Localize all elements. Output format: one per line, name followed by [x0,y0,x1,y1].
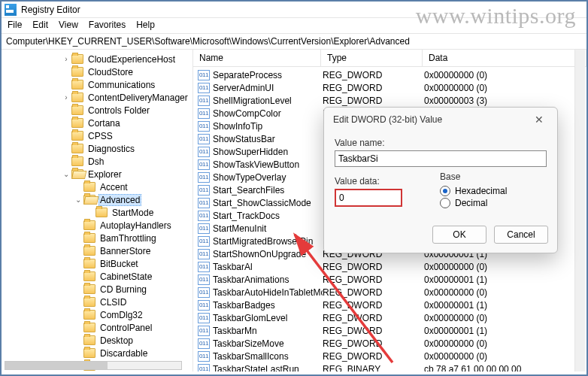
value-type: REG_DWORD [323,338,424,349]
tree-node[interactable]: ›CPSS [2,129,192,142]
tree-node[interactable]: ›ComDlg32 [2,308,192,321]
value-name-input[interactable] [335,150,547,167]
tree-node[interactable]: ›Desktop [2,334,192,347]
tree-node[interactable]: ›CloudExperienceHost [2,53,192,65]
tree-node-label: BamThrottling [99,233,158,244]
value-name: StartMenuInit [213,223,323,234]
tree-node[interactable]: ›StartMode [2,206,192,219]
cancel-button[interactable]: Cancel [494,226,548,244]
tree-node[interactable]: ›CD Burning [2,283,192,296]
value-name: Start_SearchFiles [213,185,323,196]
value-name: ShowStatusBar [213,134,323,144]
value-name: TaskbarAutoHideInTabletMode [213,287,323,298]
value-name: ShowInfoTip [213,121,323,132]
tree-node[interactable]: ›Dsh [2,155,192,168]
menu-file[interactable]: File [8,20,22,30]
folder-icon [95,208,108,217]
ok-button[interactable]: OK [432,226,486,244]
tree-node[interactable]: ›CloudStore [2,65,192,78]
address-bar[interactable]: Computer\HKEY_CURRENT_USER\Software\Micr… [2,34,586,50]
value-row[interactable]: SeparateProcessREG_DWORD0x00000000 (0) [193,68,586,81]
menu-edit[interactable]: Edit [32,20,48,30]
value-row[interactable]: TaskbarBadgesREG_DWORD0x00000001 (1) [193,299,586,311]
tree-node[interactable]: ›BannerStore [2,244,192,257]
value-row[interactable]: ShellMigrationLevelREG_DWORD0x00000003 (… [193,94,586,107]
value-data: 0x00000000 (0) [424,83,586,93]
tree-node-label: CabinetState [99,271,153,282]
column-data[interactable]: Data [423,50,586,66]
value-row[interactable]: TaskbarSizeMoveREG_DWORD0x00000000 (0) [193,337,586,350]
menu-help[interactable]: Help [136,20,155,30]
value-row[interactable]: TaskbarAutoHideInTabletModeREG_DWORD0x00… [193,286,586,299]
tree-node[interactable]: ›Discardable [2,347,192,359]
tree-node[interactable]: ›ControlPanel [2,321,192,334]
tree-node[interactable]: ⌄Explorer [2,168,192,180]
folder-icon [71,131,83,141]
value-data-input[interactable] [335,189,402,207]
value-row[interactable]: TaskbarStateLastRunREG_BINARYcb 78 a7 61… [193,362,586,371]
tree-node-label: Diagnostics [86,144,136,154]
chevron-right-icon[interactable]: › [62,55,71,64]
tree-node-label: Controls Folder [86,105,151,116]
horizontal-scrollbar[interactable] [5,361,182,370]
folder-icon [71,54,83,64]
value-name: TaskbarSmallIcons [213,351,323,362]
tree-node-label: Accent [99,182,129,193]
tree-node-label: Dsh [86,156,105,167]
dword-icon [198,300,210,311]
registry-tree[interactable]: ›CloudExperienceHost›CloudStore›Communic… [2,50,193,371]
chevron-down-icon[interactable]: ⌄ [74,196,83,205]
value-name: Start_ShowClassicMode [213,198,323,208]
chevron-down-icon[interactable]: ⌄ [62,170,71,179]
value-type: REG_DWORD [323,83,424,93]
radio-hexadecimal[interactable]: Hexadecimal [440,185,507,197]
menu-favorites[interactable]: Favorites [89,20,126,30]
tree-node[interactable]: ›CLSID [2,296,192,308]
tree-node[interactable]: ›BamThrottling [2,232,192,244]
dword-icon [198,121,210,132]
column-headers[interactable]: Name Type Data [193,50,586,67]
menu-view[interactable]: View [59,20,78,30]
value-data: 0x00000001 (1) [424,300,586,311]
value-row[interactable]: TaskbarAlREG_DWORD0x00000000 (0) [193,260,586,273]
value-name: TaskbarBadges [213,300,323,311]
tree-node[interactable]: ›Accent [2,180,192,193]
folder-icon [83,348,95,358]
column-type[interactable]: Type [321,50,423,66]
close-icon[interactable]: ✕ [529,114,550,126]
tree-node-label: ControlPanel [99,323,153,333]
dword-icon [198,172,210,183]
chevron-right-icon[interactable]: › [62,93,71,102]
vertical-scrollbar[interactable] [574,50,585,371]
folder-icon [83,323,95,332]
tree-node-label: CPSS [86,131,114,141]
value-row[interactable]: TaskbarMnREG_DWORD0x00000001 (1) [193,324,586,337]
dword-icon [198,249,210,259]
tree-node[interactable]: ›CabinetState [2,270,192,283]
tree-node[interactable]: ›Diagnostics [2,142,192,155]
folder-icon [83,310,95,320]
radio-dot-icon [440,186,450,196]
tree-node-label: ContentDeliveryManager [86,92,189,103]
value-name: TaskbarStateLastRun [213,364,323,372]
column-name[interactable]: Name [193,50,321,66]
tree-node[interactable]: ›ContentDeliveryManager [2,91,192,104]
folder-icon [71,80,83,89]
tree-node[interactable]: ›BitBucket [2,257,192,270]
tree-node[interactable]: ⌄Advanced [2,193,192,206]
value-row[interactable]: TaskbarSmallIconsREG_DWORD0x00000000 (0) [193,350,586,362]
value-name: SeparateProcess [213,70,323,80]
tree-node[interactable]: ›AutoplayHandlers [2,219,192,232]
tree-node-label: Discardable [99,348,149,359]
dword-icon [198,83,210,93]
value-row[interactable]: TaskbarAnimationsREG_DWORD0x00000001 (1) [193,273,586,286]
value-row[interactable]: ServerAdminUIREG_DWORD0x00000000 (0) [193,81,586,94]
title-bar: Registry Editor [2,2,586,18]
tree-node[interactable]: ›Cortana [2,117,192,129]
radio-decimal[interactable]: Decimal [440,197,507,209]
tree-node-label: Cortana [86,118,122,129]
folder-icon [83,335,95,345]
tree-node[interactable]: ›Communications [2,78,192,91]
value-row[interactable]: TaskbarGlomLevelREG_DWORD0x00000000 (0) [193,311,586,324]
tree-node[interactable]: ›Controls Folder [2,104,192,117]
